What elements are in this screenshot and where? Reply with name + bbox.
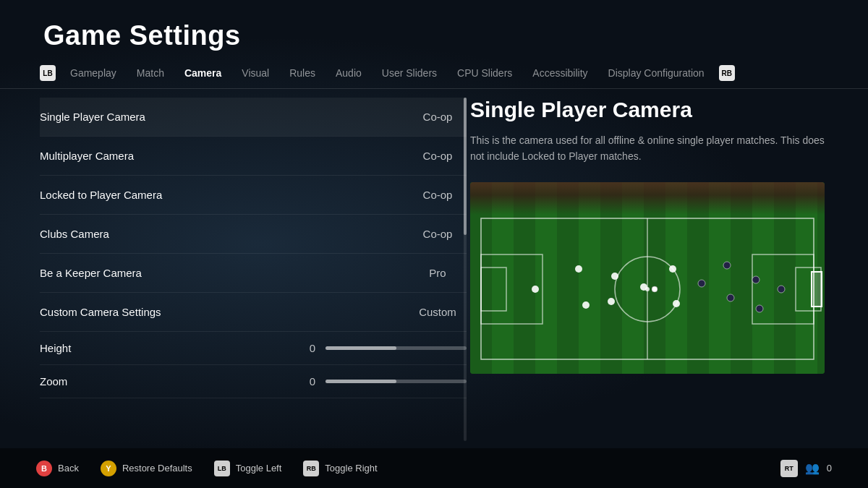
- tab-gameplay[interactable]: Gameplay: [60, 67, 127, 79]
- rb-badge: RB: [719, 65, 735, 81]
- back-action[interactable]: B Back: [36, 461, 79, 476]
- players-icon: 👥: [805, 461, 820, 475]
- slider-height-track[interactable]: [326, 346, 467, 350]
- rt-button-icon: RT: [780, 460, 798, 477]
- lb-button-icon: LB: [214, 461, 230, 476]
- svg-point-16: [673, 300, 680, 307]
- svg-point-15: [669, 265, 676, 273]
- detail-title: Single Player Camera: [470, 98, 839, 122]
- setting-value-locked-player: Co-op: [409, 189, 467, 201]
- svg-point-23: [652, 286, 658, 292]
- bottom-bar: B Back Y Restore Defaults LB Toggle Left…: [0, 448, 868, 488]
- setting-single-player-camera[interactable]: Single Player Camera Co-op: [40, 98, 467, 137]
- tab-camera[interactable]: Camera: [174, 67, 231, 79]
- svg-rect-8: [812, 272, 822, 307]
- slider-height-fill: [326, 346, 396, 350]
- setting-label-custom: Custom Camera Settings: [40, 306, 161, 318]
- slider-zoom-label: Zoom: [40, 375, 67, 388]
- setting-label-keeper: Be a Keeper Camera: [40, 267, 142, 279]
- setting-custom-camera[interactable]: Custom Camera Settings Custom: [40, 293, 467, 332]
- setting-value-clubs: Co-op: [409, 228, 467, 240]
- slider-zoom-value: 0: [301, 375, 315, 388]
- toggle-left-action[interactable]: LB Toggle Left: [214, 461, 282, 476]
- setting-label-single-player: Single Player Camera: [40, 111, 145, 123]
- tab-cpu-sliders[interactable]: CPU Sliders: [447, 67, 522, 79]
- slider-zoom-track[interactable]: [326, 380, 467, 383]
- setting-value-custom: Custom: [409, 306, 467, 318]
- restore-action[interactable]: Y Restore Defaults: [101, 461, 192, 476]
- toggle-left-label: Toggle Left: [236, 463, 282, 474]
- restore-label: Restore Defaults: [122, 463, 192, 474]
- tab-audio[interactable]: Audio: [326, 67, 372, 79]
- setting-multiplayer-camera[interactable]: Multiplayer Camera Co-op: [40, 137, 467, 176]
- svg-point-21: [756, 305, 763, 312]
- slider-zoom-fill: [326, 380, 396, 383]
- slider-height-value: 0: [301, 342, 315, 354]
- page-title: Game Settings: [43, 20, 241, 51]
- y-button-icon: Y: [101, 461, 116, 476]
- setting-clubs-camera[interactable]: Clubs Camera Co-op: [40, 215, 467, 254]
- toggle-right-label: Toggle Right: [325, 463, 377, 474]
- scrollbar-thumb: [464, 98, 467, 235]
- setting-keeper-camera[interactable]: Be a Keeper Camera Pro: [40, 254, 467, 293]
- detail-description: This is the camera used for all offline …: [470, 132, 839, 165]
- svg-point-20: [752, 276, 760, 283]
- svg-point-22: [778, 286, 785, 293]
- svg-point-10: [575, 265, 582, 273]
- setting-locked-player-camera[interactable]: Locked to Player Camera Co-op: [40, 176, 467, 215]
- scrollbar[interactable]: [464, 98, 467, 441]
- setting-value-single-player: Co-op: [409, 111, 467, 123]
- setting-label-locked-player: Locked to Player Camera: [40, 189, 162, 201]
- tab-user-sliders[interactable]: User Sliders: [372, 67, 447, 79]
- tab-accessibility[interactable]: Accessibility: [522, 67, 597, 79]
- svg-point-19: [727, 294, 734, 301]
- svg-point-11: [582, 301, 590, 309]
- bottom-right-section: RT 👥 0: [780, 460, 832, 477]
- field-svg: [470, 182, 825, 374]
- back-label: Back: [58, 463, 79, 474]
- nav-bar: LB Gameplay Match Camera Visual Rules Au…: [0, 65, 868, 89]
- tab-visual[interactable]: Visual: [231, 67, 279, 79]
- tab-rules[interactable]: Rules: [279, 67, 326, 79]
- lb-badge: LB: [40, 65, 56, 81]
- toggle-right-action[interactable]: RB Toggle Right: [303, 461, 377, 476]
- svg-point-9: [532, 286, 539, 293]
- settings-panel: Single Player Camera Co-op Multiplayer C…: [40, 98, 467, 441]
- detail-panel: Single Player Camera This is the camera …: [470, 98, 839, 441]
- svg-point-14: [640, 283, 647, 291]
- svg-point-12: [611, 273, 618, 280]
- slider-height-label: Height: [40, 342, 71, 354]
- svg-point-17: [698, 280, 705, 287]
- b-button-icon: B: [36, 461, 52, 476]
- player-count: 0: [827, 463, 832, 474]
- setting-label-clubs: Clubs Camera: [40, 228, 109, 240]
- setting-value-keeper: Pro: [409, 267, 467, 279]
- setting-value-multiplayer: Co-op: [409, 150, 467, 162]
- tab-display-config[interactable]: Display Configuration: [598, 67, 715, 79]
- svg-point-18: [723, 262, 731, 269]
- svg-point-13: [608, 298, 615, 305]
- setting-label-multiplayer: Multiplayer Camera: [40, 150, 134, 162]
- field-preview: [470, 182, 825, 374]
- slider-zoom-section[interactable]: 0: [301, 375, 467, 388]
- rb-button-icon: RB: [303, 461, 319, 476]
- slider-zoom-row: Zoom 0: [40, 365, 467, 398]
- slider-height-section[interactable]: 0: [301, 342, 467, 354]
- tab-match[interactable]: Match: [127, 67, 174, 79]
- slider-height-row: Height 0: [40, 332, 467, 365]
- svg-rect-5: [481, 267, 506, 311]
